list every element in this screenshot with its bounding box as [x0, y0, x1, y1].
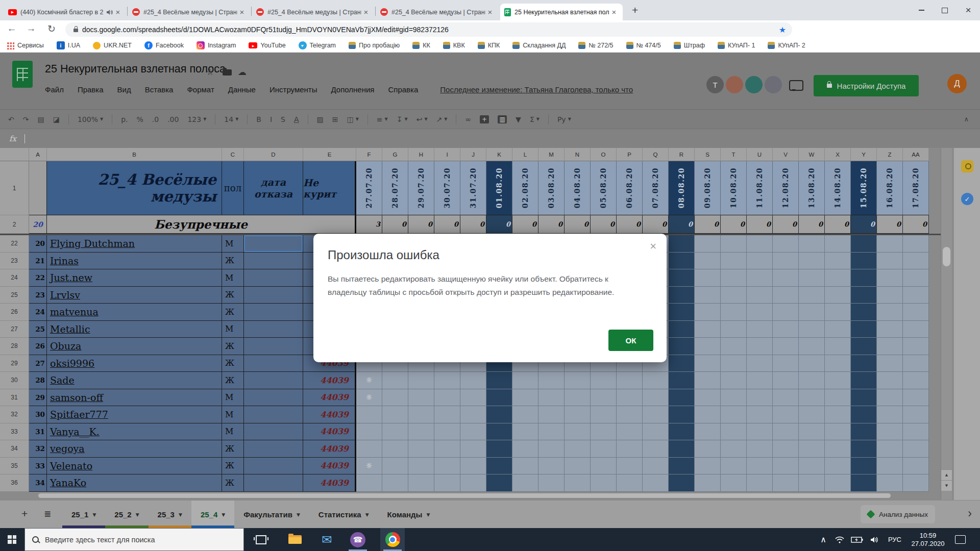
- cell-H32[interactable]: [408, 406, 434, 423]
- cell-AA28[interactable]: [903, 338, 929, 355]
- browser-tab[interactable]: #25_4 Весёлые медузы | Страни×: [252, 4, 375, 20]
- cell-E1-no-smoking-header[interactable]: Не курит: [303, 161, 356, 215]
- cell-N2[interactable]: 0: [565, 215, 591, 234]
- menu-вид[interactable]: Вид: [117, 85, 131, 94]
- cell-AA27[interactable]: [903, 321, 929, 338]
- cell-J35[interactable]: [460, 458, 486, 475]
- cell-W1-date[interactable]: 13.08.20: [799, 161, 825, 215]
- cell-P33[interactable]: [617, 423, 643, 441]
- cell-V26[interactable]: [773, 304, 799, 321]
- dialog-close-icon[interactable]: ×: [650, 240, 656, 253]
- cell-Y32[interactable]: [851, 406, 877, 423]
- bookmark-item[interactable]: Складання ДД: [512, 42, 566, 49]
- cell-N32[interactable]: [565, 406, 591, 423]
- cell-N35[interactable]: [565, 458, 591, 475]
- cell-D33[interactable]: [244, 423, 303, 441]
- cell-C31-gender[interactable]: М: [222, 389, 244, 407]
- cell-F30[interactable]: ☼: [356, 372, 382, 389]
- formula-bar[interactable]: fx: [0, 129, 980, 149]
- column-header-O[interactable]: O: [591, 148, 617, 161]
- cell-M33[interactable]: [538, 423, 565, 441]
- cell-X30[interactable]: [825, 372, 851, 389]
- cell-U36[interactable]: [747, 474, 773, 492]
- cell-W34[interactable]: [799, 440, 825, 458]
- cell-L30[interactable]: [512, 372, 538, 389]
- cell-Q35[interactable]: [643, 458, 669, 475]
- cell-P34[interactable]: [617, 440, 643, 458]
- cell-U34[interactable]: [747, 440, 773, 458]
- toolbar-currency-format[interactable]: р.: [121, 115, 128, 123]
- column-header-L[interactable]: L: [512, 148, 538, 161]
- cell-R30[interactable]: [669, 372, 695, 389]
- cell-D29[interactable]: [244, 355, 303, 372]
- cell-G34[interactable]: [382, 440, 408, 458]
- cell-Z33[interactable]: [877, 423, 903, 441]
- cell-C29-gender[interactable]: Ж: [222, 355, 244, 372]
- cell-T31[interactable]: [721, 389, 747, 407]
- cell-C36-gender[interactable]: Ж: [222, 474, 244, 492]
- sheet-tab-25_4[interactable]: 25_4▼: [191, 500, 234, 529]
- explore-button[interactable]: Анализ данных: [861, 505, 935, 523]
- back-icon[interactable]: ←: [5, 23, 18, 34]
- start-button[interactable]: [0, 528, 24, 551]
- row-header-34[interactable]: 34: [0, 440, 29, 458]
- cell-Q36[interactable]: [643, 474, 669, 492]
- cell-W26[interactable]: [799, 304, 825, 321]
- cell-A31[interactable]: 29: [29, 389, 47, 407]
- toolbar-print[interactable]: ▤: [37, 115, 44, 123]
- cell-Q2[interactable]: 0: [643, 215, 669, 234]
- column-header-U[interactable]: U: [747, 148, 773, 161]
- cell-V23[interactable]: [773, 253, 799, 270]
- cell-U24[interactable]: [747, 269, 773, 287]
- cell-Y36[interactable]: [851, 474, 877, 492]
- cell-N36[interactable]: [565, 474, 591, 492]
- cell-Y23[interactable]: [851, 253, 877, 270]
- cell-W35[interactable]: [799, 458, 825, 475]
- cell-P35[interactable]: [617, 458, 643, 475]
- cell-A25[interactable]: 23: [29, 287, 47, 304]
- cell-O31[interactable]: [591, 389, 617, 407]
- cell-B2-flawless-label[interactable]: Безупречные: [47, 215, 356, 234]
- cell-W29[interactable]: [799, 355, 825, 372]
- row-header-29[interactable]: 29: [0, 355, 29, 372]
- column-header-AA[interactable]: AA: [903, 148, 929, 161]
- avatar[interactable]: [765, 76, 782, 93]
- menu-дополнения[interactable]: Дополнения: [331, 85, 375, 94]
- cell-C27-gender[interactable]: М: [222, 321, 244, 338]
- player-name-link[interactable]: Just.new: [47, 272, 92, 283]
- cell-Z24[interactable]: [877, 269, 903, 287]
- avatar[interactable]: [745, 76, 763, 93]
- cell-H35[interactable]: [408, 458, 434, 475]
- bookmark-item[interactable]: YouTube: [249, 42, 285, 49]
- cell-Q34[interactable]: [643, 440, 669, 458]
- toolbar-undo[interactable]: ↶: [8, 115, 14, 123]
- sheet-tab-Факультатив[interactable]: Факультатив▼: [234, 500, 309, 529]
- cell-E36-quit-value[interactable]: 44039: [303, 474, 356, 492]
- cell-AA29[interactable]: [903, 355, 929, 372]
- cell-K36[interactable]: [486, 474, 512, 492]
- column-header-G[interactable]: G: [382, 148, 408, 161]
- cell-L33[interactable]: [512, 423, 538, 441]
- cell-P36[interactable]: [617, 474, 643, 492]
- cell-L35[interactable]: [512, 458, 538, 475]
- cell-V25[interactable]: [773, 287, 799, 304]
- cell-Y25[interactable]: [851, 287, 877, 304]
- bookmark-item[interactable]: КПК: [478, 42, 500, 49]
- cell-F1-date[interactable]: 27.07.20: [356, 161, 382, 215]
- cell-T25[interactable]: [721, 287, 747, 304]
- cell-T27[interactable]: [721, 321, 747, 338]
- cell-T26[interactable]: [721, 304, 747, 321]
- sheet-tab-Статистика[interactable]: Статистика▼: [309, 500, 378, 529]
- cell-D22-selected[interactable]: [244, 235, 303, 253]
- cell-I33[interactable]: [434, 423, 460, 441]
- row-header-33[interactable]: 33: [0, 423, 29, 441]
- cell-C33-gender[interactable]: М: [222, 423, 244, 441]
- tray-expand-icon[interactable]: ∧: [816, 528, 831, 551]
- toolbar-insert-comment[interactable]: +: [480, 115, 489, 123]
- menu-файл[interactable]: Файл: [45, 85, 64, 94]
- bookmark-item[interactable]: Штраф: [674, 42, 705, 49]
- column-header-F[interactable]: F: [356, 148, 382, 161]
- column-header-W[interactable]: W: [799, 148, 825, 161]
- cell-B30-name[interactable]: Sade: [47, 372, 222, 389]
- cell-X23[interactable]: [825, 253, 851, 270]
